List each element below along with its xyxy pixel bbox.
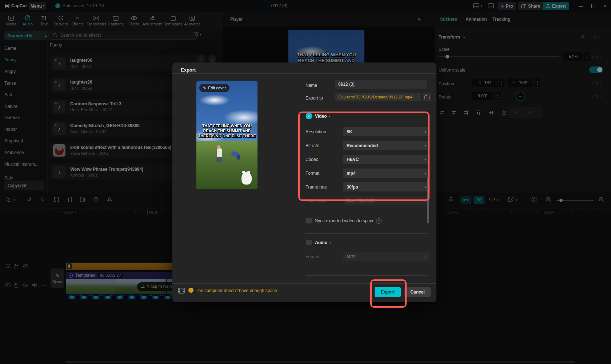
- cover-caption-2: REACH THE SUMMIT AND: [196, 129, 257, 133]
- sync-label: Sync exported videos to space: [315, 218, 374, 223]
- section-divider: [306, 210, 427, 210]
- name-input[interactable]: [335, 80, 427, 89]
- chevron-down-icon: ▾: [424, 255, 426, 259]
- hiker-figure-1: [217, 148, 222, 158]
- folder-icon: [424, 95, 430, 99]
- export-cover-preview: ✎ Edit cover THAT FEELING WHEN YOU REACH…: [196, 81, 257, 189]
- bear-mascot: [241, 172, 252, 185]
- info-icon[interactable]: ?: [376, 218, 382, 224]
- export-size-icon: [178, 288, 185, 294]
- edit-cover-label: Edit cover: [208, 86, 226, 90]
- audio-format-select[interactable]: MP3▾: [343, 252, 430, 261]
- edit-cover-button[interactable]: ✎ Edit cover: [199, 84, 229, 92]
- audio-section-header[interactable]: Audio: [315, 240, 327, 245]
- export-path-field[interactable]: C:/Users/TOPGUS/Desktop/0912 (3).mp4: [335, 93, 421, 101]
- bear-ear-right: [247, 171, 250, 174]
- cover-caption-1: THAT FEELING WHEN YOU: [196, 124, 257, 128]
- hiker-shorts-1: [216, 157, 222, 162]
- sync-checkbox[interactable]: [306, 218, 312, 223]
- cover-caption-3: THERE'S NO ONE ELSE THERE: [196, 134, 257, 138]
- audio-collapse-icon[interactable]: ▴: [330, 241, 331, 244]
- dialog-title: Export: [181, 67, 196, 73]
- section-divider: [306, 275, 427, 276]
- audio-checkbox[interactable]: [306, 240, 312, 245]
- pencil-icon: ✎: [203, 86, 206, 90]
- hiker-head-1: [217, 145, 220, 149]
- annotation-video-section: [298, 112, 430, 201]
- warning-message: The computer doesn't have enough space: [196, 288, 277, 293]
- export-to-label: Export to: [306, 96, 323, 101]
- dialog-title-divider: [172, 73, 436, 74]
- browse-folder-button[interactable]: [423, 93, 431, 101]
- hiker-legs-2: [237, 155, 240, 159]
- section-divider: [306, 233, 427, 234]
- section-divider: [306, 109, 427, 109]
- annotation-export-button: [370, 279, 407, 308]
- audio-format-value: MP3: [347, 254, 356, 259]
- capcut-window: ⋈ CapCut Menu ▾ ✓ Auto saved: 17:01:18 0…: [0, 0, 611, 364]
- warning-icon: !: [188, 288, 193, 293]
- bear-ear-left: [242, 171, 245, 174]
- name-label: Name: [306, 83, 317, 88]
- audio-format-label: Format: [306, 254, 319, 259]
- dialog-cancel-button[interactable]: Cancel: [404, 287, 431, 297]
